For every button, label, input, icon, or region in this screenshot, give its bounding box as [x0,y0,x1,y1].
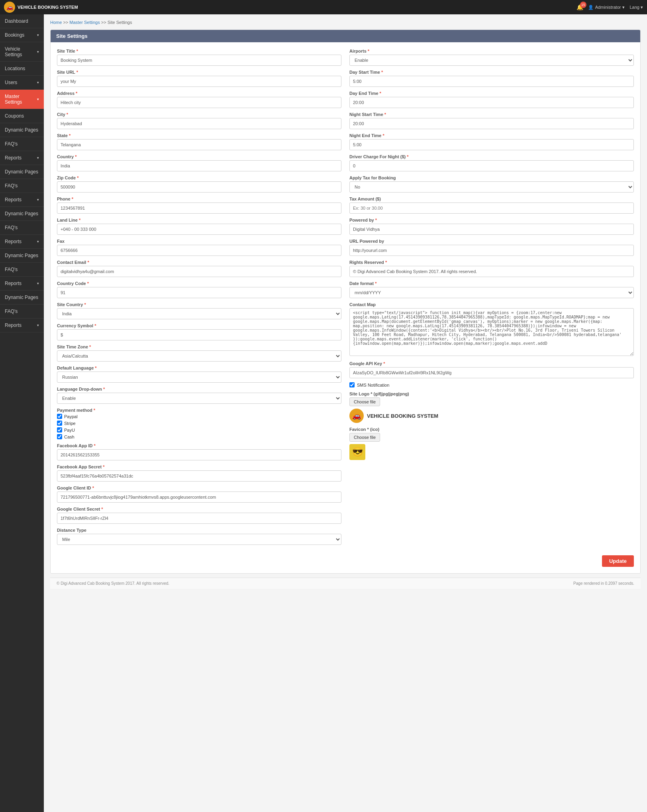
payment-cash-checkbox[interactable] [57,434,62,439]
facebook-app-id-label: Facebook App ID * [57,443,341,448]
facebook-app-id-input[interactable] [57,449,341,460]
google-client-secret-input[interactable] [57,513,341,524]
driver-charge-input[interactable] [349,160,634,171]
payment-paypal-checkbox[interactable] [57,414,62,419]
sidebar-item-dynamic-pages-5[interactable]: Dynamic Pages [0,291,44,305]
chevron-down-icon: ▾ [37,323,39,327]
timezone-group: Site Time Zone * Asia/Calcutta [57,344,341,362]
sidebar-item-reports-1[interactable]: Reports ▾ [0,151,44,165]
sidebar-item-coupons[interactable]: Coupons [0,109,44,123]
user-menu[interactable]: 👤 Administrator ▾ [588,5,625,10]
city-input[interactable] [57,118,341,129]
airports-label: Airports * [349,49,634,53]
sidebar-master-label: Master Settings [5,94,37,105]
contact-email-group: Contact Email * [57,260,341,277]
choose-file-button[interactable]: Choose file [349,397,380,406]
site-url-input[interactable] [57,76,341,87]
breadcrumb-home[interactable]: Home [50,20,62,25]
payment-stripe-checkbox[interactable] [57,421,62,426]
sidebar-item-reports-2[interactable]: Reports ▾ [0,193,44,207]
google-api-input[interactable] [349,367,634,378]
payment-method-group: Payment method * Paypal Stripe [57,408,341,439]
sidebar-item-faqs-2[interactable]: FAQ's [0,179,44,193]
sidebar-item-faqs-1[interactable]: FAQ's [0,137,44,151]
currency-symbol-label: Currency Symbol * [57,323,341,328]
user-label: Administrator [595,5,621,10]
night-start-input[interactable] [349,118,634,129]
date-format-select[interactable]: mm/dd/YYYY [349,287,634,298]
state-input[interactable] [57,139,341,150]
notification-bell[interactable]: 🔔 15 [576,4,583,10]
day-start-input[interactable] [349,76,634,87]
breadcrumb-master[interactable]: Master Settings [69,20,100,25]
currency-symbol-input[interactable] [57,329,341,340]
sidebar-item-dynamic-pages-1[interactable]: Dynamic Pages [0,123,44,137]
sidebar-item-reports-4[interactable]: Reports ▾ [0,277,44,291]
language-dropdown-select[interactable]: Enable [57,393,341,404]
timezone-select[interactable]: Asia/Calcutta [57,350,341,362]
breadcrumb-sep2: >> [101,20,108,25]
sidebar-item-reports-3[interactable]: Reports ▾ [0,235,44,249]
address-group: Address * [57,91,341,108]
sidebar-reports-label-2: Reports [5,197,22,203]
sidebar-item-reports-5[interactable]: Reports ▾ [0,319,44,332]
zip-input[interactable] [57,181,341,193]
phone-input[interactable] [57,203,341,214]
payment-payu-checkbox[interactable] [57,427,62,433]
choose-favicon-button[interactable]: Choose file [349,433,380,442]
sms-notification-checkbox[interactable] [349,382,355,387]
chevron-down-icon: ▾ [37,156,39,160]
footer-copyright: © Digi Advanced Cab Booking System 2017.… [57,581,169,586]
distance-type-select[interactable]: Mile [57,534,341,545]
site-logo-label: Site Logo * (gif|jpg|jpeg|png) [349,391,634,396]
facebook-app-secret-input[interactable] [57,470,341,482]
navbar-brand: 🚗 VEHICLE BOOKING SYSTEM [4,2,78,13]
contact-map-textarea[interactable]: <script type="text/javascript"> function… [349,308,634,356]
apply-tax-select[interactable]: No [349,181,634,193]
sidebar-item-faqs-5[interactable]: FAQ's [0,305,44,319]
site-country-select[interactable]: India [57,308,341,319]
default-language-select[interactable]: Russian [57,372,341,383]
chevron-down-icon: ▾ [37,281,39,285]
powered-by-label: Powered by * [349,218,634,222]
day-end-group: Day End Time * [349,91,634,108]
airports-select[interactable]: Enable [349,55,634,66]
sidebar-item-vehicle-settings[interactable]: Vehicle Settings ▾ [0,42,44,62]
sidebar-item-bookings[interactable]: Bookings ▾ [0,28,44,42]
sidebar-item-users[interactable]: Users ▾ [0,76,44,90]
fax-group: Fax [57,239,341,256]
rights-input[interactable] [349,266,634,277]
night-end-input[interactable] [349,139,634,150]
google-client-id-input[interactable] [57,492,341,503]
site-title-input[interactable] [57,55,341,66]
address-input[interactable] [57,97,341,108]
sidebar-item-faqs-3[interactable]: FAQ's [0,221,44,235]
tax-amount-input[interactable] [349,203,634,214]
update-button[interactable]: Update [602,555,634,567]
sidebar-item-dynamic-pages-2[interactable]: Dynamic Pages [0,165,44,179]
sidebar-item-master-settings[interactable]: Master Settings ▾ [0,90,44,109]
powered-by-input[interactable] [349,224,634,235]
country-input[interactable] [57,160,341,171]
landline-input[interactable] [57,224,341,235]
sidebar-item-locations[interactable]: Locations [0,62,44,76]
contact-email-input[interactable] [57,266,341,277]
zip-group: Zip Code * [57,175,341,193]
sidebar-item-dynamic-pages-4[interactable]: Dynamic Pages [0,249,44,263]
site-country-label: Site Country * [57,302,341,307]
sidebar-faqs-label-5: FAQ's [5,309,18,314]
url-powered-input[interactable] [349,245,634,256]
sidebar: Dashboard Bookings ▾ Vehicle Settings ▾ … [0,14,44,812]
phone-group: Phone * [57,197,341,214]
sidebar-item-faqs-4[interactable]: FAQ's [0,263,44,277]
sidebar-item-dynamic-pages-3[interactable]: Dynamic Pages [0,207,44,221]
distance-type-group: Distance Type Mile [57,528,341,545]
day-end-input[interactable] [349,97,634,108]
date-format-label: Date format * [349,281,634,286]
chevron-down-icon: ▾ [37,33,39,37]
lang-menu[interactable]: Lang ▾ [629,5,643,10]
payment-stripe-item: Stripe [57,421,341,426]
sidebar-item-dashboard[interactable]: Dashboard [0,14,44,28]
country-code-input[interactable] [57,287,341,298]
fax-input[interactable] [57,245,341,256]
